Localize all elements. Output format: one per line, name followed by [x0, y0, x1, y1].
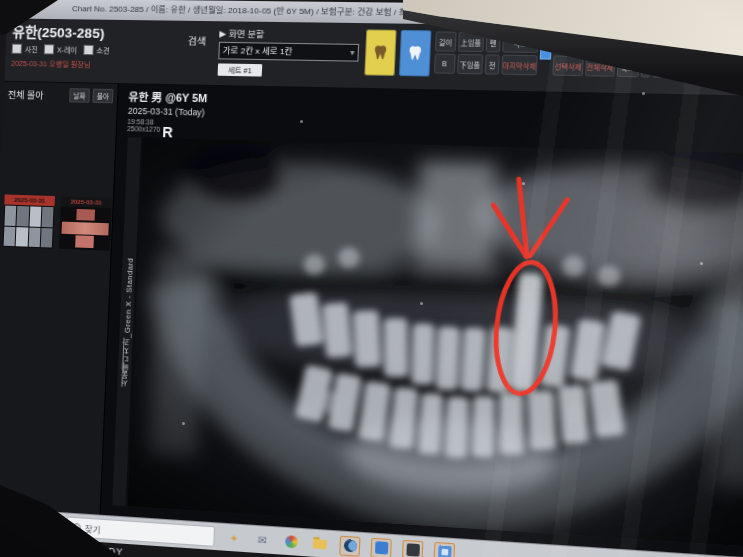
sidebar-header: 전체 몰아 날짜 몰아	[3, 82, 117, 109]
filter-label-photo: 사진	[25, 44, 38, 54]
delete-last-button[interactable]: 마지막삭제	[501, 55, 537, 76]
filter-row: 사진 X-레이 소견	[12, 44, 184, 57]
dark-app-icon[interactable]	[402, 539, 424, 557]
sort-by-date-button[interactable]: 날짜	[69, 88, 90, 103]
overlay-date-line: 2025-03-31 (Today)	[128, 106, 207, 118]
thumbnail-photo-montage[interactable]: 2025-03-31	[59, 196, 112, 250]
thumbnail-strip: 2025-03-31 2025-03-31	[3, 194, 112, 250]
moon-app-icon[interactable]	[339, 535, 360, 556]
tooth-tool-yellow-button[interactable]	[364, 29, 396, 76]
overlay-patient-line: 유한 男 @6Y 5M	[128, 88, 207, 105]
search-placeholder: 찾기	[84, 522, 100, 535]
sidebar: 전체 몰아 날짜 몰아 2025-03-31 2025-03-31	[0, 82, 119, 516]
thumbnail-xray-montage[interactable]: 2025-03-31	[3, 194, 55, 248]
lower-implant-button[interactable]: 下임플	[457, 54, 483, 74]
brightness-tool-button[interactable]: B	[434, 54, 455, 74]
photo-app-icon[interactable]	[433, 541, 455, 557]
monitor: Chart No. 2503-285 / 이름: 유한 / 생년월일: 2018…	[0, 0, 743, 557]
browser-icon[interactable]	[282, 532, 301, 551]
visit-note: 2025-03-31 오병일 원장님	[11, 58, 183, 71]
folder-icon[interactable]	[310, 534, 329, 553]
blue-app-icon[interactable]	[370, 537, 391, 557]
weather-icon[interactable]: ✦	[225, 529, 244, 548]
thumbnail-image	[3, 205, 55, 249]
tooth-icon	[407, 45, 423, 62]
filter-checkbox-photo[interactable]	[12, 44, 22, 54]
tooth-tool-blue-button[interactable]	[399, 30, 432, 77]
search-label[interactable]: 검색	[187, 33, 206, 48]
all-tool-button[interactable]: 전	[484, 54, 499, 74]
screen: Chart No. 2503-285 / 이름: 유한 / 생년월일: 2018…	[0, 0, 743, 557]
sidebar-title: 전체 몰아	[8, 87, 67, 101]
filter-label-note: 소견	[96, 45, 110, 55]
image-overlay-info: 유한 男 @6Y 5M 2025-03-31 (Today) 19:58:38 …	[127, 88, 208, 139]
mail-icon[interactable]: ✉	[253, 530, 272, 549]
group-button[interactable]: 몰아	[92, 89, 113, 104]
screen-split-label: ▶ 화면 분할	[219, 26, 360, 40]
chevron-down-icon: ▾	[350, 45, 355, 61]
filter-checkbox-note[interactable]	[83, 45, 94, 55]
overlay-resolution-line: 2500x1270 R	[127, 125, 206, 139]
patient-name: 유한(2503-285)	[12, 21, 184, 44]
set-chip[interactable]: 세트 #1	[218, 63, 263, 76]
patient-block: 유한(2503-285) 사진 X-레이 소견 2025-03-31 오병일 원…	[11, 21, 184, 71]
filter-label-xray: X-레이	[57, 44, 78, 54]
image-viewer[interactable]: 유한 男 @6Y 5M 2025-03-31 (Today) 19:58:38 …	[101, 84, 743, 557]
split-marker-icon: ▶	[219, 28, 226, 38]
screen-split-block: ▶ 화면 분할 가로 2칸 x 세로 1칸 ▾ 세트 #1	[218, 26, 360, 78]
orientation-mark: R	[162, 126, 173, 139]
split-select[interactable]: 가로 2칸 x 세로 1칸 ▾	[218, 42, 359, 62]
app-body: 전체 몰아 날짜 몰아 2025-03-31 2025-03-31	[0, 82, 743, 557]
filter-checkbox-xray[interactable]	[44, 44, 55, 54]
length-tool-button[interactable]: 길이	[435, 31, 456, 51]
tooth-icon	[372, 44, 388, 61]
thumbnail-image	[59, 206, 112, 250]
photo-of-monitor: Chart No. 2503-285 / 이름: 유한 / 생년월일: 2018…	[0, 0, 743, 557]
panoramic-xray-image[interactable]	[128, 138, 743, 549]
